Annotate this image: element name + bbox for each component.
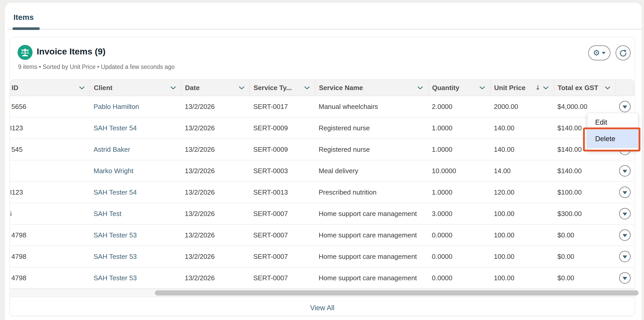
cell-row-actions (616, 101, 634, 112)
table-row: 6SAH Test13/2/2026SERT-0007Home support … (10, 203, 634, 225)
row-actions-menu-button[interactable] (619, 208, 631, 219)
active-tab-underline (12, 27, 40, 30)
column-header-client: Client (90, 80, 181, 96)
cell-date: 13/2/2026 (181, 253, 250, 261)
cell-id: 545 (10, 146, 90, 154)
column-label: Service Name (319, 84, 363, 92)
cell-service-name: Registered nurse (315, 146, 428, 154)
column-label: Quantity (432, 84, 459, 92)
column-header-unit-price: Unit Price↓ (490, 80, 554, 96)
cell-quantity: 0.0000 (428, 231, 490, 239)
client-link[interactable]: SAH Test (94, 210, 121, 218)
column-chevron-button[interactable] (605, 86, 610, 90)
cell-service-type: SERT-0007 (250, 210, 315, 218)
invoice-items-table: IDClientDateService Ty...Service NameQua… (10, 79, 634, 319)
refresh-button[interactable] (616, 45, 631, 60)
cell-service-name: Prescribed nutrition (315, 188, 428, 196)
column-chevron-button[interactable] (479, 86, 485, 90)
cell-service-type: SERT-0003 (250, 167, 315, 175)
cell-total-ex-gst: $4,000.00 (554, 103, 616, 111)
cell-client: SAH Tester 53 (90, 274, 181, 282)
row-actions-menu-button[interactable] (619, 272, 631, 284)
list-settings-button[interactable]: ⚙ (588, 45, 610, 60)
cell-service-name: Home support care management (315, 210, 428, 218)
column-header-date: Date (181, 80, 250, 96)
triangle-down-icon (623, 234, 627, 237)
card-title: Invoice Items (9) (37, 46, 105, 57)
table-row: 4798SAH Tester 5313/2/2026SERT-0007Home … (10, 225, 634, 246)
triangle-down-icon (623, 277, 627, 280)
triangle-down-icon (623, 255, 627, 259)
row-actions-menu-button[interactable] (619, 101, 631, 112)
cell-service-type: SERT-0009 (250, 146, 315, 154)
client-link[interactable]: Astrid Baker (94, 146, 130, 153)
client-link[interactable]: Marko Wright (94, 167, 133, 175)
cell-service-name: Home support care management (315, 253, 428, 261)
column-header-quantity: Quantity (428, 80, 490, 96)
cell-total-ex-gst: $100.00 (554, 188, 616, 196)
client-link[interactable]: SAH Tester 53 (94, 253, 137, 260)
table-row: 545Astrid Baker13/2/2026SERT-0009Registe… (10, 139, 634, 160)
client-link[interactable]: Pablo Hamilton (94, 103, 139, 110)
column-chevron-button[interactable] (79, 86, 85, 90)
client-link[interactable]: SAH Tester 54 (94, 188, 137, 196)
cell-service-type: SERT-0009 (250, 124, 315, 132)
tab-bar-divider (7, 29, 642, 29)
column-label: Unit Price (494, 84, 525, 92)
cell-id: 3123 (10, 124, 90, 132)
cell-id: 4798 (10, 274, 90, 282)
cell-date: 13/2/2026 (181, 146, 250, 154)
column-chevron-button[interactable] (239, 86, 244, 90)
column-label: Date (185, 84, 200, 92)
cell-date: 13/2/2026 (181, 231, 250, 239)
column-label: Service Ty... (254, 84, 292, 92)
view-all-link[interactable]: View All (310, 304, 334, 312)
scrollbar-thumb[interactable] (155, 290, 639, 295)
cell-client: SAH Tester 54 (90, 188, 181, 196)
column-chevron-button[interactable] (543, 86, 549, 90)
triangle-down-icon (623, 213, 627, 216)
cell-quantity: 2.0000 (428, 103, 490, 111)
cell-date: 13/2/2026 (181, 124, 250, 132)
column-chevron-button[interactable] (170, 86, 176, 90)
triangle-down-icon (623, 106, 627, 109)
cell-quantity: 10.0000 (428, 167, 490, 175)
cell-date: 13/2/2026 (181, 210, 250, 218)
cell-unit-price: 100.00 (490, 253, 554, 261)
row-actions-menu-button[interactable] (619, 251, 631, 262)
horizontal-scrollbar[interactable] (10, 289, 634, 297)
table-body: 5656Pablo Hamilton13/2/2026SERT-0017Manu… (10, 96, 634, 289)
column-chevron-button[interactable] (304, 86, 310, 90)
cell-client: SAH Tester 53 (90, 253, 181, 261)
table-row: 4798SAH Tester 5313/2/2026SERT-0007Home … (10, 267, 634, 289)
refresh-icon (619, 49, 627, 57)
cell-row-actions (616, 272, 634, 284)
menu-item-delete[interactable]: Delete (587, 130, 638, 148)
card-footer: View All (10, 297, 634, 319)
cell-total-ex-gst: $140.00 (554, 167, 616, 175)
table-row: Marko Wright13/2/2026SERT-0003Meal deliv… (10, 160, 634, 182)
row-actions-menu-button[interactable] (619, 165, 631, 177)
cell-client: SAH Tester 54 (90, 124, 181, 132)
cell-unit-price: 100.00 (490, 274, 554, 282)
cell-service-name: Registered nurse (315, 124, 428, 132)
client-link[interactable]: SAH Tester 54 (94, 124, 137, 132)
row-actions-menu-button[interactable] (619, 187, 631, 198)
cell-quantity: 1.0000 (428, 146, 490, 154)
column-label: Total ex GST (558, 84, 598, 92)
triangle-down-icon (623, 191, 627, 194)
cell-service-type: SERT-0007 (250, 253, 315, 261)
cell-date: 13/2/2026 (181, 188, 250, 196)
client-link[interactable]: SAH Tester 53 (94, 231, 137, 239)
cell-unit-price: 100.00 (490, 210, 554, 218)
menu-item-edit[interactable]: Edit (587, 115, 638, 130)
row-actions-menu-button[interactable] (619, 229, 631, 241)
cell-service-name: Meal delivery (315, 167, 428, 175)
cell-quantity: 0.0000 (428, 253, 490, 261)
client-link[interactable]: SAH Tester 53 (94, 274, 137, 282)
column-chevron-button[interactable] (417, 86, 423, 90)
cell-total-ex-gst: $300.00 (554, 210, 616, 218)
cell-unit-price: 140.00 (490, 146, 554, 154)
record-detail-panel: Items Invoice Items (9 (5, 3, 642, 320)
tab-items[interactable]: Items (13, 13, 34, 22)
